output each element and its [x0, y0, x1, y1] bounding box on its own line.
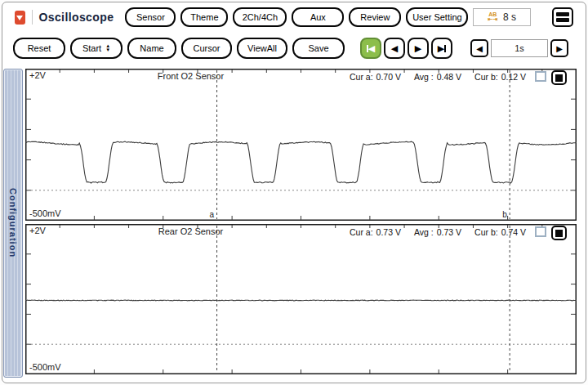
sensor-button[interactable]: Sensor: [125, 7, 176, 27]
channel-active-icon[interactable]: [551, 226, 567, 240]
panel-title: Front O2 Sensor: [158, 71, 224, 81]
playback-toolbar: Reset Start ▲ ▼ Name Cursor ViewAll Save…: [13, 37, 580, 60]
right-triangle-icon: ▶: [556, 44, 563, 53]
y-axis-bottom-label: -500mV: [29, 208, 61, 218]
cursor-readouts: Cur a:0.73 V Avg :0.73 V Cur b:0.74 V: [350, 227, 526, 237]
cursor-a-label: a: [210, 210, 215, 219]
cursor-a-readout: Cur a:0.70 V: [350, 72, 401, 82]
timebase-value-field[interactable]: 1s: [491, 39, 548, 57]
down-triangle-icon: [16, 16, 23, 20]
cursor-b-readout: Cur b:0.74 V: [474, 227, 526, 237]
channel-checkbox[interactable]: [535, 71, 546, 82]
divider: [32, 10, 33, 25]
panel-bar-icon: [556, 12, 569, 16]
avg-readout: Avg :0.48 V: [414, 72, 461, 82]
record-length-field[interactable]: AB ⇤⇥ 8 s: [473, 8, 531, 26]
step-forward-button[interactable]: ▶: [408, 38, 429, 59]
review-button[interactable]: Review: [349, 7, 401, 27]
step-forward-icon: ▶: [415, 43, 421, 54]
channel-mode-button[interactable]: 2Ch/4Ch: [233, 7, 287, 27]
cursor-button[interactable]: Cursor: [181, 38, 232, 59]
filled-square-icon: [555, 230, 563, 237]
viewall-button[interactable]: ViewAll: [237, 38, 287, 59]
save-button[interactable]: Save: [292, 38, 345, 59]
step-back-button[interactable]: ◀: [384, 38, 405, 59]
start-button[interactable]: Start ▲ ▼: [70, 38, 122, 59]
panel-title: Rear O2 Sensor: [158, 226, 223, 236]
timebase-control: ◀ 1s ▶: [470, 39, 568, 57]
start-button-label: Start: [82, 43, 101, 53]
waveform-trace: [25, 141, 577, 183]
name-button[interactable]: Name: [127, 38, 176, 59]
waveform-trace: [25, 300, 577, 301]
waveform-plot: [25, 224, 577, 374]
scope-panel-front-o2: +2V Front O2 Sensor Cur a:0.70 V Avg :0.…: [25, 69, 577, 221]
red-dropdown-icon[interactable]: [15, 11, 25, 25]
reset-button[interactable]: Reset: [13, 38, 65, 59]
ab-range-icon-bottom: ⇤⇥: [488, 17, 497, 22]
timebase-increase-button[interactable]: ▶: [550, 39, 568, 57]
panel-bar-icon: [556, 18, 569, 22]
main-toolbar: Oscilloscope Sensor Theme 2Ch/4Ch Aux Re…: [8, 7, 580, 28]
theme-button[interactable]: Theme: [180, 7, 228, 27]
scope-panel-rear-o2: +2V Rear O2 Sensor Cur a:0.73 V Avg :0.7…: [25, 224, 577, 374]
cursor-a-readout: Cur a:0.73 V: [350, 227, 401, 237]
y-axis-bottom-label: -500mV: [29, 362, 61, 372]
spinner-icon: ▲ ▼: [105, 44, 110, 52]
avg-readout: Avg :0.73 V: [414, 227, 461, 237]
step-back-icon: ◀: [391, 43, 398, 54]
cursor-readouts: Cur a:0.70 V Avg :0.48 V Cur b:0.12 V: [350, 72, 526, 82]
skip-to-start-button[interactable]: ◀: [360, 38, 381, 59]
bar-icon: [444, 45, 446, 52]
waveform-plot: [25, 69, 577, 221]
y-axis-top-label: +2V: [29, 226, 46, 235]
configuration-tab[interactable]: Configuration: [3, 69, 23, 378]
dual-panel-icon[interactable]: [552, 7, 573, 27]
spinner-down-icon: ▼: [105, 48, 110, 52]
skip-to-end-button[interactable]: ▶: [431, 38, 452, 59]
channel-checkbox[interactable]: [535, 226, 546, 237]
skip-start-icon: ◀: [368, 43, 375, 54]
configuration-tab-label: Configuration: [8, 188, 18, 257]
timebase-decrease-button[interactable]: ◀: [470, 39, 488, 57]
channel-active-icon[interactable]: [551, 70, 567, 85]
cursor-b-label: b: [502, 210, 507, 219]
user-setting-button[interactable]: User Setting: [406, 7, 468, 27]
record-length-value: 8 s: [503, 11, 516, 23]
aux-button[interactable]: Aux: [292, 7, 344, 27]
skip-end-icon: ▶: [438, 43, 444, 54]
transport-controls: ◀ ◀ ▶ ▶: [360, 38, 452, 59]
ab-range-icon: AB ⇤⇥: [488, 12, 497, 22]
left-triangle-icon: ◀: [476, 44, 483, 53]
y-axis-top-label: +2V: [29, 70, 46, 80]
cursor-b-readout: Cur b:0.12 V: [474, 72, 526, 82]
app-title: Oscilloscope: [38, 11, 114, 24]
filled-square-icon: [555, 74, 563, 82]
